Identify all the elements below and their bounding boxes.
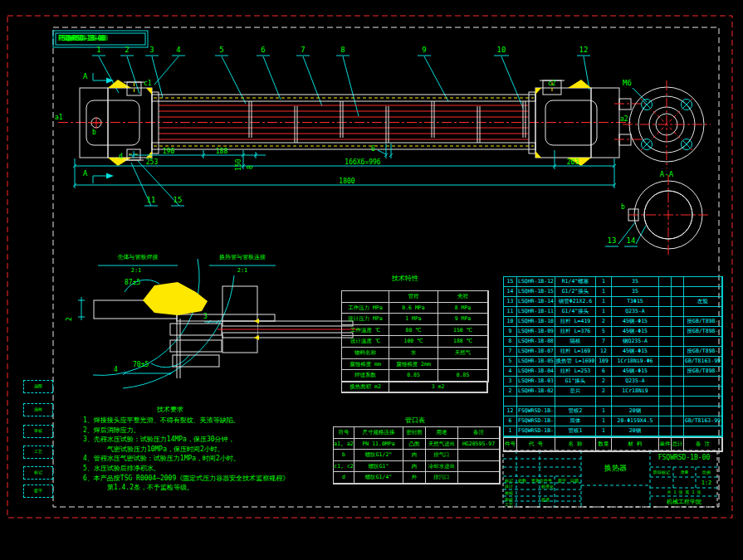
titleblock-sign-process: 工艺 bbox=[505, 502, 516, 507]
balloon-1: 1 bbox=[90, 46, 107, 54]
dim-150: 150 bbox=[235, 159, 242, 171]
table-cell: 1 bbox=[596, 277, 612, 287]
dim-253: 253 bbox=[140, 158, 164, 166]
table-cell: 5 bbox=[504, 357, 517, 367]
table-cell bbox=[672, 357, 684, 367]
table-cell: R1/4"螺塞 bbox=[555, 277, 596, 287]
table-cell: 件号 bbox=[504, 438, 517, 451]
table-cell: 内 bbox=[403, 450, 426, 461]
nozzle-table-title: 管口表 bbox=[361, 416, 469, 424]
table-cell bbox=[684, 337, 722, 347]
table-cell: LSQHR-1B-07 bbox=[517, 347, 555, 357]
label-c2: c2 bbox=[548, 80, 556, 87]
table-cell bbox=[659, 377, 672, 387]
table-cell: 管板1 bbox=[555, 426, 596, 436]
table-cell: LSQHR-1B-09 bbox=[517, 327, 555, 337]
detail-dim-2: 2 bbox=[66, 317, 73, 321]
table-cell: 排污口 bbox=[426, 472, 458, 484]
balloon-2: 2 bbox=[119, 46, 135, 54]
table-cell: 天然气进出口 bbox=[426, 439, 458, 450]
titleblock-sheet-info: 共 1 张 第 1 张 bbox=[651, 489, 717, 494]
table-cell: 螺纹G1/4" bbox=[354, 472, 403, 484]
param-table: 管程壳程工作压力 MPa0.6 MPa8 MPa设计压力 MPa1 MPa9 M… bbox=[341, 290, 489, 382]
table-cell: 2 bbox=[504, 387, 517, 397]
table-cell bbox=[659, 317, 672, 327]
table-cell bbox=[659, 337, 672, 347]
table-cell bbox=[684, 407, 722, 416]
dim-190: 190 bbox=[157, 148, 180, 155]
label-a2: a2 bbox=[620, 115, 628, 123]
titleblock-company: 机械工程学院 bbox=[652, 498, 716, 506]
balloon-13: 13 bbox=[604, 237, 620, 245]
table-cell bbox=[659, 416, 672, 426]
table-cell bbox=[672, 347, 684, 357]
table-cell: 1 bbox=[504, 426, 517, 436]
table-row: 7LSQHR-1B-07拉杆 L=1691245钢-Φ15按GB/T898-88 bbox=[504, 347, 722, 357]
table-cell: 1 bbox=[596, 407, 612, 416]
table-cell bbox=[672, 377, 684, 387]
table-row: c1, c2螺纹G1"内冷却水进出口 bbox=[334, 461, 500, 473]
detail-dim-4: 4 bbox=[114, 366, 118, 373]
table-cell: LSQHR-1B-08 bbox=[517, 337, 555, 347]
table-cell: 1Cr18Ni9 bbox=[612, 387, 659, 397]
table-row: 4LSQHR-1B-04拉杆 L=253645钢-Φ15按GB/T898-88 bbox=[504, 367, 722, 377]
table-cell bbox=[438, 359, 488, 371]
bom-header: 件号 代 号 名 称 数量 材 料 单件 总计 备 注 bbox=[503, 437, 723, 452]
bom-table: 15LSQHR-1B-12R1/4"螺塞13514LSQHR-1B-15G1/2… bbox=[503, 276, 723, 437]
titleblock-mass-label: 质量 bbox=[674, 470, 695, 475]
table-cell: 换热面积 m2 bbox=[342, 382, 389, 392]
table-row: 10LSQHR-1B-10拉杆 L=419245钢-Φ15按GB/T898-88 bbox=[504, 317, 722, 327]
table-cell bbox=[672, 416, 684, 426]
border-strip-6: 签字 bbox=[23, 485, 53, 498]
table-row: 2LSQHR-1B-02垫片21Cr18Ni9 bbox=[504, 387, 722, 397]
table-cell bbox=[612, 397, 659, 407]
list-item: 6、本产品按TSG R0004—2009《固定式压力容器安全技术监察规程》 bbox=[83, 474, 289, 484]
table-cell bbox=[659, 367, 672, 377]
detail-left-title: 壳体与管板焊接 bbox=[96, 254, 179, 261]
label-b-section: b bbox=[621, 203, 625, 211]
table-cell: 工作温度 ℃ bbox=[342, 325, 389, 337]
table-row: 11LSQHR-1B-11G1/4"接头1Q235-A bbox=[504, 307, 722, 317]
table-cell: 用途 bbox=[426, 427, 458, 439]
list-item: 5、水压试验后排净积水。 bbox=[83, 464, 289, 474]
table-cell: 螺纹G1" bbox=[354, 461, 403, 473]
table-row: 设计温度 ℃100 ℃180 ℃ bbox=[342, 336, 488, 348]
table-cell: 1 MPa bbox=[389, 314, 438, 325]
table-row: b螺纹G1/2"内排气口 bbox=[334, 450, 500, 461]
caption-section-aa: A-A bbox=[650, 171, 683, 178]
table-row: 8LSQHR-1B-08隔板7钢Q235-A bbox=[504, 337, 722, 347]
table-cell bbox=[672, 277, 684, 287]
table-cell bbox=[684, 287, 722, 297]
border-strip-3: 审核 bbox=[23, 425, 53, 438]
table-cell bbox=[672, 367, 684, 377]
table-row: 13LSQHR-1B-14铜管Φ21X2.61T3Φ15左旋 bbox=[504, 297, 722, 307]
table-cell: 8 bbox=[504, 337, 517, 347]
table-cell: 20-Φ159X4.5 bbox=[612, 416, 659, 426]
table-cell: GB/T8163-99 bbox=[684, 357, 722, 367]
table-cell: 1 bbox=[596, 297, 612, 307]
table-row: a1, a2PN 11.0MPa DN50凸面天然气进出口HG20595-97 bbox=[334, 439, 500, 450]
border-strip-4: 工艺 bbox=[23, 446, 53, 459]
label-c1: c1 bbox=[144, 80, 152, 87]
list-item: 4、管程水压气密试验：试验压力1MPa，时间2小时。 bbox=[83, 454, 289, 464]
table-cell: 45钢-Φ15 bbox=[612, 347, 659, 357]
table-row: 物料名称水天然气 bbox=[342, 348, 488, 359]
table-cell: Q235-A bbox=[612, 307, 659, 317]
table-cell: LSQHR-1B-15 bbox=[517, 287, 555, 297]
table-cell: 2 bbox=[596, 317, 612, 327]
table-cell: LSQHR-1B-03 bbox=[517, 377, 555, 387]
titleblock-sign-check: 校核 bbox=[505, 490, 516, 495]
table-cell: 拉杆 L=376 bbox=[555, 327, 596, 337]
balloon-3: 3 bbox=[144, 46, 160, 54]
titleblock-sign-approve: 批准 bbox=[541, 497, 556, 502]
table-cell: 11 bbox=[504, 307, 517, 317]
table-cell: LSQHR-1B-05 bbox=[517, 357, 555, 367]
titleblock-change-col-4: 签字 bbox=[558, 478, 569, 483]
table-cell: 密封面 bbox=[403, 427, 426, 439]
titleblock-drawing-no: FSQWRSD-1B-00 bbox=[652, 454, 716, 461]
cad-drawing-canvas[interactable]: FSQWRSD-1B-00 1 2 3 4 5 6 7 8 9 10 12 11… bbox=[0, 0, 743, 560]
table-cell bbox=[672, 397, 684, 407]
table-cell: 13 bbox=[504, 297, 517, 307]
table-cell: 材 料 bbox=[612, 438, 659, 451]
table-cell bbox=[684, 397, 722, 407]
